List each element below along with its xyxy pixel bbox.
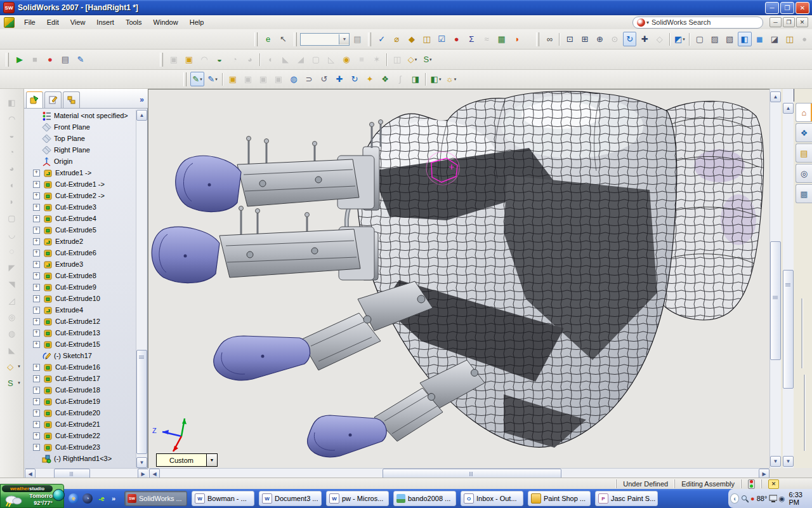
record-macro-icon[interactable]: ● <box>43 52 57 67</box>
chevron-down-icon[interactable]: ▾ <box>18 364 20 369</box>
tree-item[interactable]: +Cut-Extrude12 <box>24 316 136 327</box>
toolbar-grip[interactable] <box>183 72 187 86</box>
expand-plus-icon[interactable]: + <box>33 204 40 211</box>
restore-button[interactable]: ❐ <box>780 2 794 14</box>
tree-item[interactable]: +Cut-Extrude21 <box>24 418 136 430</box>
mass-properties-icon[interactable]: ◆ <box>405 32 419 46</box>
expand-plus-icon[interactable]: + <box>33 432 40 439</box>
task-pane-scrollbar[interactable]: ▲ ▼ <box>783 89 794 468</box>
run-macro-icon[interactable]: ▶ <box>13 52 27 67</box>
tree-horizontal-scrollbar[interactable]: ◀ ▶ <box>24 468 148 478</box>
chevron-down-icon[interactable]: ▾ <box>415 57 417 62</box>
tree-item[interactable]: +Cut-Extrude13 <box>24 327 136 338</box>
pan-icon[interactable]: ✚ <box>638 32 652 46</box>
chevron-down-icon[interactable]: ▾ <box>454 77 457 82</box>
taskbar-button[interactable]: WBowman - ... <box>192 491 254 506</box>
expand-plus-icon[interactable]: + <box>33 318 40 325</box>
tree-item[interactable]: Right Plane <box>24 144 136 156</box>
shadows-icon[interactable]: ◪ <box>768 32 782 46</box>
toolbar-grip[interactable] <box>254 32 258 46</box>
tree-item[interactable]: +Cut-Extrude9 <box>24 281 136 293</box>
expand-plus-icon[interactable]: + <box>33 261 40 268</box>
task-pane-scroll-thumb[interactable] <box>783 270 794 389</box>
chevron-down-icon[interactable]: ▼ <box>206 454 217 466</box>
expand-plus-icon[interactable]: + <box>33 307 40 314</box>
shaded-icon[interactable]: ◼ <box>753 32 767 46</box>
expand-plus-icon[interactable]: + <box>33 387 40 394</box>
tab-configuration-manager[interactable] <box>63 91 80 108</box>
equations-icon[interactable]: Σ <box>465 32 479 46</box>
hide-icons-chevron[interactable]: ‹ <box>730 493 739 504</box>
hole-wizard-icon[interactable]: ◉ <box>339 52 353 67</box>
design-library-tab[interactable]: ❖ <box>796 123 812 142</box>
taskbar-button[interactable]: Paint Shop ... <box>528 491 591 506</box>
scroll-down-icon[interactable]: ▼ <box>770 456 781 467</box>
shaded-with-edges-icon[interactable]: ◧ <box>738 32 752 46</box>
tree-item[interactable]: +Cut-Extrude10 <box>24 293 136 304</box>
menu-help[interactable]: Help <box>184 17 210 28</box>
simulation-icon[interactable]: ☼▾ <box>444 72 458 86</box>
tree-item[interactable]: +Cut-Extrude17 <box>24 373 136 384</box>
view-palette-tab[interactable]: ▩ <box>796 184 812 203</box>
taskbar-button[interactable]: Wpw - Micros... <box>326 491 389 506</box>
solidworks-search-input[interactable]: ▾ SolidWorks Search <box>632 17 763 29</box>
mdi-restore-button[interactable]: ❐ <box>783 17 795 27</box>
reference-geometry-icon[interactable]: ◇▾ <box>405 52 419 67</box>
viewport-vertical-scrollbar[interactable]: ▲ ▼ <box>769 89 781 468</box>
mdi-minimize-button[interactable]: ─ <box>769 17 782 27</box>
expand-plus-icon[interactable]: + <box>33 421 40 428</box>
hidden-lines-visible-icon[interactable]: ▨ <box>708 32 722 46</box>
expand-plus-icon[interactable]: + <box>33 238 40 245</box>
measure-icon[interactable]: ⌀ <box>390 32 404 46</box>
expand-plus-icon[interactable]: + <box>33 364 40 371</box>
rotate-component-icon[interactable]: ↻ <box>348 72 362 86</box>
tree-item[interactable]: +Cut-Extrude6 <box>24 247 136 258</box>
tree-item[interactable]: +Extrude2 <box>24 236 136 247</box>
layer-icon[interactable]: ▤ <box>350 32 364 46</box>
taskbar-button[interactable]: PJasc Paint S... <box>595 491 658 506</box>
solidworks-resources-tab[interactable]: ⌂ <box>796 103 812 122</box>
mdi-close-button[interactable]: ✕ <box>796 17 808 27</box>
scroll-down-icon[interactable]: ▼ <box>783 456 794 467</box>
statistics-icon[interactable]: ● <box>450 32 464 46</box>
menu-view[interactable]: View <box>65 17 91 28</box>
assembly-features-icon[interactable]: ◧▾ <box>429 72 443 86</box>
edrawings-icon[interactable]: -e <box>96 493 107 504</box>
edit-macro-icon[interactable]: ✎ <box>74 52 88 67</box>
zoom-area-icon[interactable]: ⊞ <box>578 32 592 46</box>
tree-item[interactable]: Material <not specified> <box>24 110 136 121</box>
menu-edit[interactable]: Edit <box>41 17 65 28</box>
graphics-area[interactable]: Z X Custom ▼ <box>148 89 769 468</box>
tree-item[interactable]: Origin <box>24 156 136 167</box>
tree-item[interactable]: +Extrude4 <box>24 304 136 316</box>
security-tray-icon[interactable]: ● <box>750 495 755 502</box>
expand-plus-icon[interactable]: + <box>33 170 40 177</box>
chevron-expand-icon[interactable]: » <box>140 95 144 104</box>
search-tab[interactable]: ◎ <box>796 164 812 183</box>
extruded-boss-icon[interactable]: ▣ <box>182 52 196 67</box>
zoom-in-out-icon[interactable]: ⊕ <box>593 32 607 46</box>
expand-plus-icon[interactable]: + <box>33 250 40 257</box>
expand-plus-icon[interactable]: + <box>33 227 40 234</box>
tree-item[interactable]: +Cut-Extrude18 <box>24 384 136 396</box>
expand-plus-icon[interactable]: + <box>33 192 40 199</box>
splitter-grip[interactable] <box>801 298 802 368</box>
scroll-down-icon[interactable]: ▼ <box>136 457 147 468</box>
select-pointer-icon[interactable]: ↖ <box>277 32 291 46</box>
edit-component-icon[interactable]: ✎▾ <box>190 72 204 86</box>
chevron-down-icon[interactable]: ▾ <box>683 37 685 42</box>
tree-item[interactable]: +Cut-Extrude5 <box>24 224 136 236</box>
mate-icon[interactable]: ⊃ <box>302 72 316 86</box>
hidden-lines-removed-icon[interactable]: ▧ <box>723 32 737 46</box>
quick-launch-overflow-chevron[interactable]: » <box>112 495 115 502</box>
tree-item[interactable]: +Cut-Extrude20 <box>24 407 136 418</box>
interference-detection-icon[interactable]: ◨ <box>409 72 422 86</box>
chevron-down-icon[interactable]: ▾ <box>200 77 202 82</box>
wireframe-icon[interactable]: ▢ <box>693 32 707 46</box>
tree-item[interactable]: (-) Sketch17 <box>24 350 136 361</box>
design-table-icon[interactable]: ▦ <box>495 32 509 46</box>
new-macro-icon[interactable]: ▤ <box>58 52 72 67</box>
zoom-fit-icon[interactable]: ⊡ <box>563 32 577 46</box>
taskbar-button[interactable]: bando2008 ... <box>393 491 456 506</box>
tree-item[interactable]: +Cut-Extrude2 -> <box>24 190 136 201</box>
